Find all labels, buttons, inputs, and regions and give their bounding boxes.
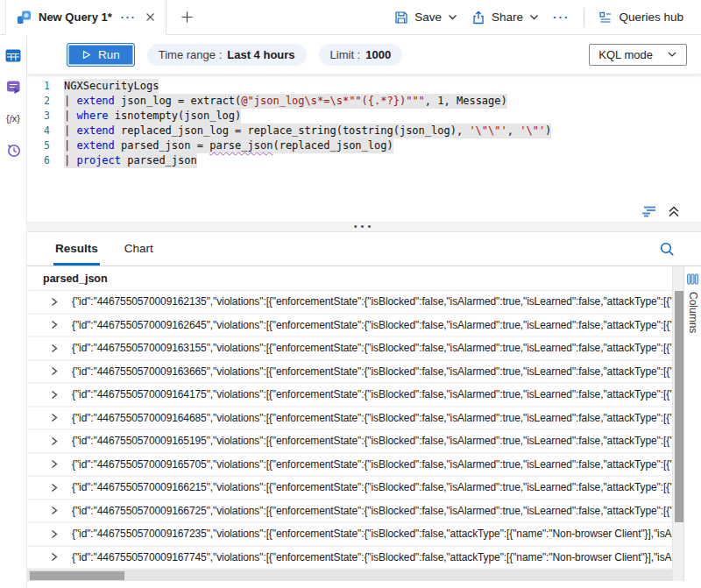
- left-rail: {fx}: [0, 35, 26, 588]
- tab-bar: New Query 1* ··· Save: [0, 0, 701, 35]
- expand-chevron-icon[interactable]: [50, 552, 59, 562]
- expand-chevron-icon[interactable]: [50, 297, 59, 307]
- table-row[interactable]: {"id":"4467550570009165705","violations"…: [27, 454, 672, 478]
- vertical-scrollbar[interactable]: [672, 266, 683, 581]
- kql-mode-value: KQL mode: [598, 48, 653, 61]
- table-row[interactable]: {"id":"4467550570009164685","violations"…: [27, 407, 672, 431]
- row-json: {"id":"4467550570009163155","violations"…: [72, 342, 672, 354]
- tab-more-icon[interactable]: ···: [121, 11, 137, 24]
- time-range-value: Last 4 hours: [227, 48, 294, 61]
- save-icon: [394, 11, 408, 25]
- splitter-handle[interactable]: •••: [354, 222, 375, 231]
- code-line[interactable]: 6| project parsed_json: [27, 153, 701, 168]
- expand-chevron-icon[interactable]: [50, 483, 59, 492]
- table-rows: {"id":"4467550570009162135","violations"…: [27, 291, 672, 570]
- query-tab[interactable]: New Query 1* ···: [5, 0, 166, 35]
- expand-chevron-icon[interactable]: [50, 344, 59, 353]
- column-header-label: parsed_json: [43, 273, 108, 285]
- code-text: | extend replaced_json_log = replace_str…: [64, 124, 551, 138]
- line-number: 6: [27, 153, 64, 168]
- chevron-down-icon: [667, 49, 677, 60]
- tab-results[interactable]: Results: [53, 232, 100, 266]
- v-scroll-thumb[interactable]: [675, 291, 683, 522]
- results-tabbar: Results Chart: [27, 232, 701, 266]
- table-row[interactable]: {"id":"4467550570009167745","violations"…: [27, 547, 672, 570]
- code-line[interactable]: 1NGXSecurityLogs: [27, 79, 701, 94]
- code-text: | where isnotempty(json_log): [64, 109, 241, 124]
- tab-close-icon[interactable]: [145, 12, 155, 22]
- code-line[interactable]: 4| extend replaced_json_log = replace_st…: [27, 124, 701, 138]
- table-row[interactable]: {"id":"4467550570009162135","violations"…: [27, 291, 672, 315]
- row-json: {"id":"4467550570009162135","violations"…: [72, 295, 672, 308]
- expand-chevron-icon[interactable]: [50, 390, 59, 400]
- format-lines-icon[interactable]: [640, 205, 657, 217]
- pane-splitter[interactable]: •••: [27, 222, 701, 232]
- queries-hub-button[interactable]: Queries hub: [591, 11, 690, 25]
- new-tab-button[interactable]: [166, 0, 208, 34]
- table-row[interactable]: {"id":"4467550570009163155","violations"…: [27, 337, 672, 361]
- share-label: Share: [492, 11, 523, 24]
- run-label: Run: [98, 48, 120, 61]
- table-row[interactable]: {"id":"4467550570009165195","violations"…: [27, 430, 672, 454]
- share-button[interactable]: Share: [464, 11, 546, 25]
- table-row[interactable]: {"id":"4467550570009166725","violations"…: [27, 500, 672, 524]
- expand-chevron-icon[interactable]: [50, 366, 59, 376]
- row-json: {"id":"4467550570009167235","violations"…: [72, 528, 672, 540]
- line-number: 5: [27, 138, 64, 153]
- row-json: {"id":"4467550570009162645","violations"…: [72, 319, 672, 331]
- main-panel: Run Time range : Last 4 hours Limit : 10…: [26, 35, 701, 588]
- chevron-down-icon: [529, 12, 539, 22]
- table-icon: [5, 49, 21, 62]
- expand-chevron-icon[interactable]: [50, 320, 59, 329]
- tab-chart[interactable]: Chart: [123, 232, 155, 266]
- more-button[interactable]: ···: [546, 11, 577, 24]
- table-row[interactable]: {"id":"4467550570009162645","violations"…: [27, 315, 672, 338]
- code-lines: 1NGXSecurityLogs2| extend json_log = ext…: [27, 79, 701, 168]
- line-number: 4: [27, 124, 64, 138]
- time-range-pill[interactable]: Time range : Last 4 hours: [147, 44, 307, 66]
- query-editor[interactable]: 1NGXSecurityLogs2| extend json_log = ext…: [27, 74, 701, 222]
- kql-mode-select[interactable]: KQL mode: [589, 44, 687, 66]
- code-line[interactable]: 3| where isnotempty(json_log): [27, 109, 701, 124]
- expand-chevron-icon[interactable]: [50, 413, 59, 422]
- run-button[interactable]: Run: [67, 43, 135, 67]
- history-icon: [6, 143, 21, 158]
- topbar-actions: Save Share ···: [387, 0, 701, 34]
- time-range-label: Time range :: [159, 48, 223, 61]
- table-row[interactable]: {"id":"4467550570009167235","violations"…: [27, 523, 672, 547]
- limit-label: Limit :: [330, 48, 361, 61]
- horizontal-scrollbar[interactable]: [27, 570, 672, 581]
- sidebar-item-functions[interactable]: {fx}: [4, 110, 22, 126]
- tab-title: New Query 1*: [39, 11, 112, 24]
- code-line[interactable]: 2| extend json_log = extract(@"json_log\…: [27, 94, 701, 109]
- code-line[interactable]: 5| extend parsed_json = parse_json(repla…: [27, 138, 701, 153]
- search-button[interactable]: [659, 232, 675, 266]
- row-json: {"id":"4467550570009165705","violations"…: [72, 458, 672, 471]
- search-icon: [659, 241, 675, 257]
- row-json: {"id":"4467550570009166215","violations"…: [72, 481, 672, 493]
- save-button[interactable]: Save: [387, 11, 464, 25]
- topbar-divider: [584, 8, 584, 27]
- h-scroll-thumb[interactable]: [30, 571, 124, 580]
- expand-chevron-icon[interactable]: [50, 506, 59, 515]
- expand-chevron-icon[interactable]: [50, 529, 59, 539]
- sidebar-item-history[interactable]: [4, 142, 22, 158]
- expand-chevron-icon[interactable]: [50, 459, 59, 469]
- table-row[interactable]: {"id":"4467550570009166215","violations"…: [27, 477, 672, 500]
- collapse-up-icon[interactable]: [668, 205, 680, 217]
- table-row[interactable]: {"id":"4467550570009163665","violations"…: [27, 361, 672, 385]
- column-header-parsed-json[interactable]: parsed_json: [27, 266, 672, 291]
- grid-column: parsed_json {"id":"4467550570009162135",…: [27, 266, 672, 581]
- row-json: {"id":"4467550570009166725","violations"…: [72, 505, 672, 517]
- function-icon: {fx}: [6, 113, 20, 124]
- columns-panel-toggle[interactable]: Columns: [683, 266, 701, 581]
- results-grid: parsed_json {"id":"4467550570009162135",…: [27, 266, 701, 581]
- line-number: 3: [27, 109, 64, 124]
- table-row[interactable]: {"id":"4467550570009164175","violations"…: [27, 384, 672, 407]
- limit-pill[interactable]: Limit : 1000: [319, 44, 403, 66]
- row-json: {"id":"4467550570009165195","violations"…: [72, 435, 672, 447]
- content-area: {fx} Run Time range : Last: [0, 35, 701, 588]
- expand-chevron-icon[interactable]: [50, 436, 59, 446]
- sidebar-item-connections[interactable]: [4, 47, 22, 63]
- sidebar-item-scripts[interactable]: [4, 79, 22, 95]
